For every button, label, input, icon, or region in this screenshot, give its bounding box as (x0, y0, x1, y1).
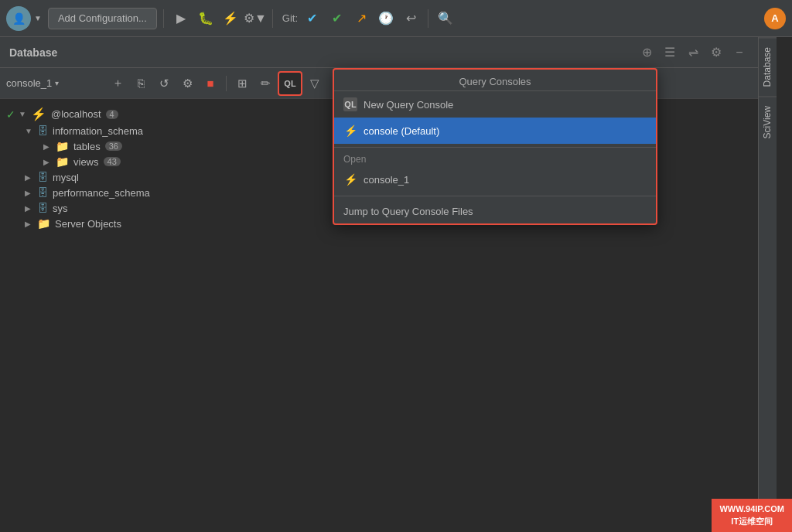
views-arrow[interactable]: ▶ (43, 158, 53, 166)
avatar-dropdown-arrow[interactable]: ▼ (34, 14, 42, 22)
tab-sciview-label: SciView (762, 106, 773, 138)
search-button[interactable]: 🔍 (435, 8, 456, 29)
qc-console-default-icon: ⚡ (343, 124, 357, 138)
qc-console1-item[interactable]: ⚡ console_1 (334, 166, 656, 193)
edit-data-button[interactable]: ✏ (254, 73, 276, 94)
root-label: @localhost (51, 108, 101, 120)
attach-button[interactable]: ⚡ (220, 8, 241, 29)
folder-icon-views: 📁 (56, 155, 69, 168)
server-objects-arrow[interactable]: ▶ (25, 220, 34, 228)
qc-console1-icon: ⚡ (343, 172, 357, 186)
server-icon: ⚡ (31, 107, 46, 121)
db-icon-perf-schema: 🗄 (37, 186, 48, 199)
top-toolbar: 👤 ▼ Add Configuration... ▶ 🐛 ⚡ ⚙▼ Git: ✔… (0, 0, 792, 37)
info-schema-arrow[interactable]: ▼ (25, 127, 34, 135)
db-header-icons: ⊕ ☰ ⇌ ⚙ − (637, 43, 749, 62)
perf-schema-arrow[interactable]: ▶ (25, 189, 34, 197)
table-view-button[interactable]: ⊞ (231, 73, 253, 94)
qc-new-console-label: New Query Console (364, 99, 453, 111)
run-button[interactable]: ▶ (170, 8, 192, 29)
server-objects-label: Server Objects (55, 218, 121, 230)
separator-1 (163, 9, 164, 28)
tables-badge: 36 (105, 142, 122, 151)
db-icon-sys: 🗄 (37, 202, 48, 214)
tables-arrow[interactable]: ▶ (43, 142, 53, 151)
mysql-label: mysql (53, 172, 79, 183)
db-icon-info-schema: 🗄 (37, 124, 48, 137)
sys-arrow[interactable]: ▶ (25, 204, 34, 213)
qc-dropdown-title: Query Consoles (334, 70, 656, 91)
db-filter-icon[interactable]: ⇌ (684, 43, 702, 62)
qc-console-default-label: console (Default) (364, 125, 439, 137)
qc-new-icon: QL (343, 97, 357, 111)
mysql-arrow[interactable]: ▶ (25, 173, 34, 182)
folder-icon-tables: 📁 (56, 140, 69, 152)
watermark-line2: IT运维空间 (719, 516, 784, 527)
git-update-button[interactable]: ↗ (350, 8, 372, 29)
tab-sciview[interactable]: SciView (759, 96, 777, 148)
qc-divider-1 (334, 147, 656, 148)
query-console-button[interactable]: QL (278, 71, 302, 96)
git-label: Git: (282, 12, 298, 24)
git-push-button[interactable]: ✔ (326, 8, 347, 29)
add-config-label: Add Configuration... (58, 12, 147, 24)
console-dropdown-arrow: ▾ (55, 79, 59, 87)
right-tabs-panel: Database SciView (758, 37, 777, 532)
separator-3 (428, 9, 428, 28)
tables-label: tables (73, 141, 101, 152)
debug-button[interactable]: 🐛 (195, 8, 217, 29)
db-panel-title: Database (9, 46, 637, 59)
db-panel-header: Database ⊕ ☰ ⇌ ⚙ − (0, 37, 758, 68)
root-badge: 4 (106, 110, 118, 119)
console-label: console_1 (6, 77, 52, 89)
avatar-button[interactable]: 👤 (6, 6, 31, 31)
folder-icon-server-objects: 📁 (37, 217, 50, 230)
separator-2 (272, 9, 273, 28)
filter-button[interactable]: ▽ (304, 73, 326, 94)
db-close-icon[interactable]: − (730, 43, 749, 62)
add-db-button[interactable]: ＋ (107, 73, 128, 94)
qc-jump-item[interactable]: Jump to Query Console Files (334, 200, 656, 223)
sys-label: sys (53, 203, 68, 214)
refresh-db-button[interactable]: ↺ (153, 73, 175, 94)
toolbar-divider (226, 76, 227, 91)
db-add-icon[interactable]: ⊕ (637, 43, 656, 62)
qc-jump-label: Jump to Query Console Files (343, 206, 473, 217)
console-selector[interactable]: console_1 ▾ (6, 77, 99, 89)
qc-new-console-item[interactable]: QL New Query Console (334, 91, 656, 118)
watermark-line1: WWW.94IP.COM (719, 503, 784, 515)
edit-db-button[interactable]: ⚙ (176, 73, 198, 94)
qc-console-default-item[interactable]: ⚡ console (Default) (334, 118, 656, 144)
avatar-icon: 👤 (12, 12, 26, 25)
qc-divider-2 (334, 196, 656, 196)
root-expand-arrow[interactable]: ▼ (19, 110, 28, 118)
git-history-button[interactable]: 🕐 (375, 8, 397, 29)
db-icon-mysql: 🗄 (37, 171, 48, 183)
views-badge: 43 (104, 157, 121, 166)
qc-console1-label: console_1 (364, 174, 409, 186)
stop-db-button[interactable]: ■ (200, 73, 221, 94)
info-schema-label: information_schema (53, 125, 143, 137)
profile-initial: A (771, 12, 778, 24)
watermark: WWW.94IP.COM IT运维空间 (712, 499, 792, 532)
copy-db-button[interactable]: ⎘ (130, 73, 152, 94)
tab-database-label: Database (762, 47, 773, 87)
query-console-dropdown: Query Consoles QL New Query Console ⚡ co… (333, 68, 657, 225)
profile-button[interactable]: A (764, 8, 786, 29)
tab-database[interactable]: Database (759, 37, 777, 96)
db-settings-icon[interactable]: ⚙ (707, 43, 725, 62)
ql-label: QL (284, 79, 295, 88)
git-rollback-button[interactable]: ↩ (400, 8, 422, 29)
perf-schema-label: performance_schema (53, 187, 150, 199)
connection-status-icon: ✓ (6, 108, 15, 121)
views-label: views (73, 156, 99, 168)
git-fetch-button[interactable]: ✔ (301, 8, 323, 29)
qc-open-section: Open (334, 151, 656, 166)
run-dropdown-button[interactable]: ⚙▼ (244, 8, 266, 29)
db-list-icon[interactable]: ☰ (661, 43, 679, 62)
add-configuration-button[interactable]: Add Configuration... (48, 8, 157, 29)
